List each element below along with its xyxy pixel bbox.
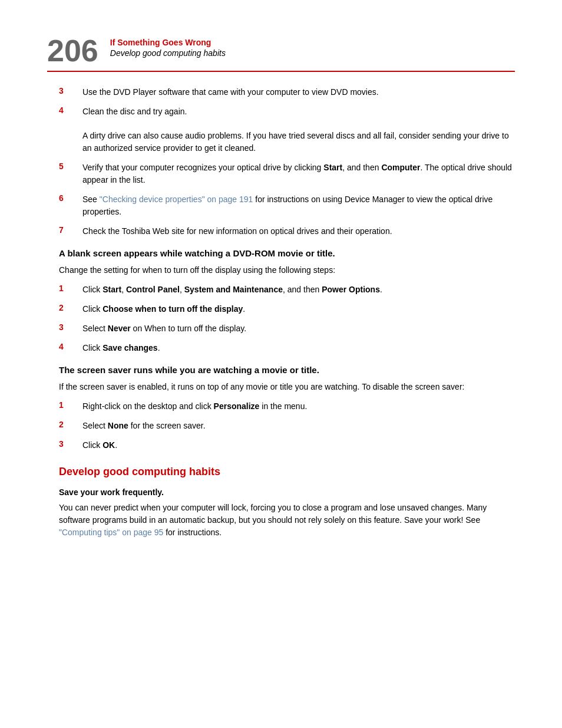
item-text: Click OK. [82,439,515,452]
develop-habits-text: You can never predict when your computer… [59,502,515,539]
save-work-heading: Save your work frequently. [59,487,515,497]
list-item: 4 Clean the disc and try again. [59,106,515,123]
page-number: 206 [47,35,98,66]
list-item: 3 Select Never on When to turn off the d… [59,322,515,335]
page-header: 206 If Something Goes Wrong Develop good… [47,35,515,72]
screensaver-intro: If the screen saver is enabled, it runs … [59,381,515,393]
item-number: 5 [59,162,82,171]
list-item: 7 Check the Toshiba Web site for new inf… [59,225,515,238]
list-item: 5 Verify that your computer recognizes y… [59,162,515,186]
item-number: 4 [59,106,82,115]
screensaver-heading: The screen saver runs while you are watc… [59,365,515,375]
sub-paragraph: A dirty drive can also cause audio probl… [82,130,515,154]
item-text: Use the DVD Player software that came wi… [82,86,515,98]
list-item: 4 Click Save changes. [59,342,515,354]
main-content: 3 Use the DVD Player software that came … [47,86,515,539]
list-item: 2 Click Choose when to turn off the disp… [59,303,515,315]
section-title: Develop good computing habits [110,48,226,58]
item-text: Clean the disc and try again. [82,106,515,123]
item-text: Check the Toshiba Web site for new infor… [82,225,515,238]
blank-screen-intro: Change the setting for when to turn off … [59,264,515,276]
list-item: 6 See "Checking device properties" on pa… [59,193,515,218]
checking-device-link[interactable]: "Checking device properties" on page 191 [100,195,253,204]
item-text: See "Checking device properties" on page… [82,193,515,218]
chapter-title: If Something Goes Wrong [110,38,226,47]
item-number: 1 [59,284,82,293]
item-text: Click Save changes. [82,342,515,354]
item-number: 2 [59,420,82,429]
item-text: Right-click on the desktop and click Per… [82,400,515,413]
develop-habits-heading: Develop good computing habits [59,466,515,478]
item-number: 3 [59,86,82,95]
item-number: 3 [59,322,82,332]
computing-tips-link[interactable]: "Computing tips" on page 95 [59,528,163,537]
item-number: 6 [59,193,82,203]
item-number: 7 [59,225,82,235]
list-item: 2 Select None for the screen saver. [59,420,515,432]
item-text: Verify that your computer recognizes you… [82,162,515,186]
list-item: 3 Use the DVD Player software that came … [59,86,515,98]
item-text: Select None for the screen saver. [82,420,515,432]
list-item: 1 Right-click on the desktop and click P… [59,400,515,413]
page: 206 If Something Goes Wrong Develop good… [0,0,562,728]
blank-screen-heading: A blank screen appears while watching a … [59,248,515,258]
header-text: If Something Goes Wrong Develop good com… [110,35,226,58]
item-text: Click Start, Control Panel, System and M… [82,284,515,296]
item-number: 4 [59,342,82,351]
list-item: 3 Click OK. [59,439,515,452]
list-item: 1 Click Start, Control Panel, System and… [59,284,515,296]
item-text: Click Choose when to turn off the displa… [82,303,515,315]
item-number: 3 [59,439,82,449]
item-number: 1 [59,400,82,410]
item-text: Select Never on When to turn off the dis… [82,322,515,335]
item-number: 2 [59,303,82,312]
